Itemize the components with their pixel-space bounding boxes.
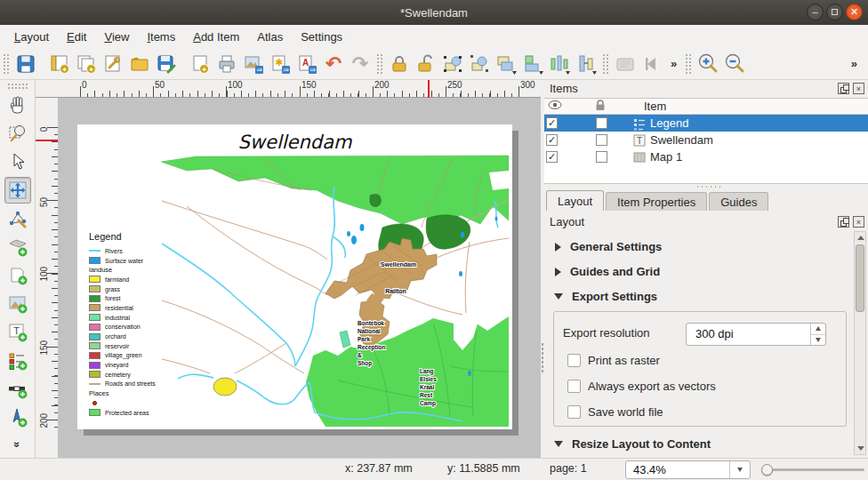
lock-checkbox[interactable] [596, 117, 607, 129]
save-as-button[interactable] [153, 51, 180, 77]
add-3d-map-button[interactable] [4, 262, 31, 289]
raise-items-button[interactable] [493, 51, 519, 77]
export-image-icon: ⇒ [243, 53, 264, 75]
add-scalebar-button[interactable] [4, 376, 31, 403]
tab-guides[interactable]: Guides [709, 192, 768, 211]
undo-button[interactable]: ↶ [320, 51, 347, 77]
save-button[interactable] [12, 51, 39, 77]
zoom-slider-handle[interactable] [761, 464, 773, 476]
close-panel-icon[interactable]: × [853, 83, 864, 94]
deselect-all-button[interactable] [466, 51, 493, 77]
toolbar-drag-handle[interactable] [602, 53, 609, 75]
close-button[interactable]: ✕ [846, 4, 863, 20]
item-row-legend[interactable]: ✓ Legend [544, 115, 868, 132]
lock-checkbox[interactable] [596, 151, 607, 163]
section-general-settings[interactable]: General Settings [551, 240, 662, 253]
redo-button[interactable]: ↷ [347, 51, 374, 77]
toolbar-overflow-button[interactable]: » [665, 57, 682, 70]
add-legend-button[interactable] [4, 348, 31, 374]
print-as-raster-checkbox[interactable] [567, 354, 581, 367]
always-export-vectors-checkbox[interactable] [567, 380, 581, 393]
edit-nodes-button[interactable] [4, 205, 31, 232]
save-as-template-button[interactable]: ✦ [187, 51, 213, 77]
vertical-scrollbar[interactable] [854, 231, 866, 455]
svg-text:⇒: ⇒ [283, 66, 289, 74]
add-picture-button[interactable] [4, 291, 31, 317]
new-layout-button[interactable]: ✦ [46, 51, 73, 77]
export-image-button[interactable]: ⇒ [240, 51, 267, 77]
export-resolution-spinbox[interactable]: 300 dpi [686, 323, 826, 346]
menu-items[interactable]: Items [138, 28, 184, 46]
panel-splitter-handle[interactable] [695, 185, 722, 188]
toolbar-drag-handle[interactable] [376, 53, 383, 75]
distribute-items-button[interactable] [546, 51, 573, 77]
item-row-map1[interactable]: ✓ Map 1 [544, 148, 868, 165]
spin-buttons[interactable] [810, 324, 825, 345]
add-map-button[interactable] [4, 234, 31, 260]
open-layout-button[interactable] [126, 51, 153, 77]
zoom-out-button[interactable] [721, 51, 748, 77]
ruler-corner [36, 80, 58, 98]
toolbar-drag-handle[interactable] [7, 83, 28, 89]
scroll-down-icon[interactable] [857, 446, 864, 451]
float-panel-icon[interactable] [838, 83, 849, 94]
menu-add-item[interactable]: Add Item [184, 28, 248, 46]
export-pdf-button[interactable]: A⇒ [293, 51, 320, 77]
scrollbar-thumb[interactable] [856, 244, 864, 312]
zoom-in-button[interactable] [695, 51, 721, 77]
resize-items-button[interactable] [573, 51, 599, 77]
pan-tool-button[interactable] [4, 92, 31, 118]
scroll-up-icon[interactable] [857, 236, 864, 240]
item-row-swellendam[interactable]: ✓ T Swellendam [544, 132, 868, 148]
spin-down-icon[interactable] [816, 338, 821, 342]
toolbar-drag-handle[interactable] [685, 53, 692, 75]
print-button[interactable] [213, 51, 240, 77]
visibility-checkbox[interactable]: ✓ [546, 134, 558, 146]
legend-entry: cemetery [89, 370, 173, 380]
save-world-file-checkbox[interactable] [567, 405, 581, 419]
layout-manager-button[interactable] [100, 51, 126, 77]
visibility-checkbox[interactable]: ✓ [546, 117, 558, 129]
select-move-item-button[interactable] [4, 148, 31, 175]
menu-view[interactable]: View [95, 28, 138, 46]
menu-layout[interactable]: Layout [5, 28, 58, 46]
float-panel-icon[interactable] [838, 216, 849, 228]
toolbar-overflow-button-right[interactable]: » [846, 57, 863, 70]
layout-page[interactable]: Swellendam [77, 124, 512, 429]
lock-checkbox[interactable] [596, 134, 607, 146]
section-export-settings[interactable]: Export Settings [551, 290, 657, 303]
zoom-level-combobox[interactable]: 43.4% [625, 460, 751, 479]
visibility-checkbox[interactable]: ✓ [546, 151, 558, 163]
map-item[interactable]: Swellendam Railton Bontebok National Par… [160, 149, 509, 427]
toolbar-drag-handle[interactable] [3, 53, 10, 75]
lock-items-button[interactable] [386, 51, 413, 77]
atlas-first-button [639, 51, 665, 77]
svg-text:↷: ↷ [352, 52, 369, 75]
maximize-button[interactable] [826, 4, 843, 20]
duplicate-layout-button[interactable]: ✦ [73, 51, 100, 77]
tab-layout[interactable]: Layout [546, 190, 604, 211]
close-panel-icon[interactable]: × [853, 216, 864, 228]
spin-up-icon[interactable] [816, 326, 821, 331]
lock-icon [594, 99, 607, 111]
tab-item-properties[interactable]: Item Properties [606, 192, 707, 211]
toolbar-overflow-button[interactable]: » [12, 442, 24, 448]
export-svg-button[interactable]: ✱⇒ [267, 51, 293, 77]
menu-edit[interactable]: Edit [58, 28, 95, 46]
align-items-button[interactable] [519, 51, 546, 77]
menu-atlas[interactable]: Atlas [248, 28, 292, 46]
layout-canvas[interactable]: Swellendam [58, 98, 541, 458]
section-guides-and-grid[interactable]: Guides and Grid [551, 265, 660, 278]
legend-item[interactable]: Legend Rivers Surface water landuse farm… [89, 231, 173, 417]
menu-settings[interactable]: Settings [292, 28, 351, 46]
add-label-button[interactable]: T [4, 319, 31, 346]
combobox-dropdown-button[interactable] [729, 461, 750, 478]
section-resize-layout[interactable]: Resize Layout to Content [551, 437, 711, 451]
unlock-items-button[interactable] [413, 51, 439, 77]
zoom-slider[interactable] [761, 468, 864, 471]
select-all-button[interactable] [439, 51, 466, 77]
minimize-button[interactable]: – [807, 4, 824, 20]
zoom-tool-button[interactable] [4, 120, 31, 147]
add-north-arrow-button[interactable]: N [4, 404, 31, 431]
move-item-content-button[interactable] [4, 177, 31, 204]
